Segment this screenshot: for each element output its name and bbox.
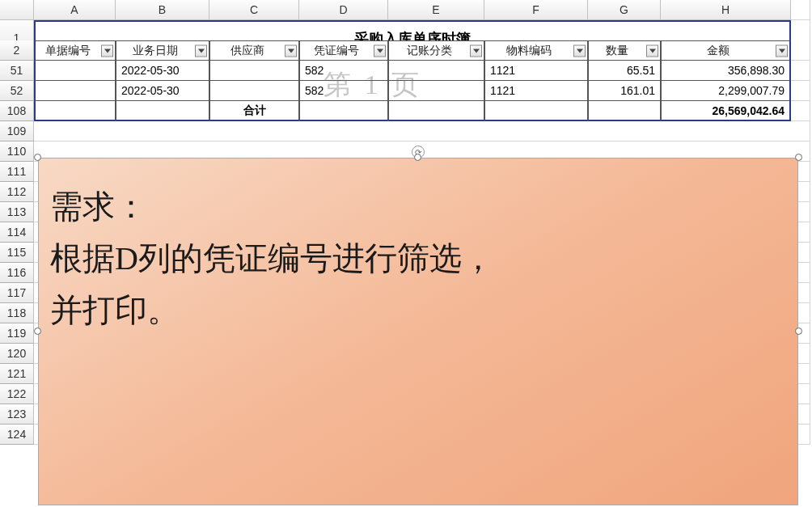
filter-header-qty: 数量 (588, 40, 661, 61)
filter-dropdown-icon[interactable] (573, 44, 586, 57)
cell-total-b[interactable] (116, 101, 209, 121)
resize-handle-icon[interactable] (34, 327, 41, 335)
filter-dropdown-icon[interactable] (285, 44, 297, 57)
cell-category[interactable] (388, 81, 484, 101)
filter-dropdown-icon[interactable] (470, 44, 482, 57)
filter-header-supplier: 供应商 (209, 40, 299, 61)
row-header-52[interactable]: 52 (0, 81, 34, 101)
row-header-120[interactable]: 120 (0, 344, 34, 364)
row-header-121[interactable]: 121 (0, 364, 34, 384)
cell-date[interactable]: 2022-05-30 (116, 61, 209, 81)
cell-blank (791, 101, 810, 121)
cell-amount[interactable]: 2,299,007.79 (661, 81, 791, 101)
filter-header-docno: 单据编号 (34, 40, 116, 61)
cell-material[interactable]: 1121 (484, 61, 588, 81)
row-header-115[interactable]: 115 (0, 243, 34, 263)
select-all-corner[interactable] (0, 0, 34, 20)
textbox-content[interactable]: 需求： 根据D列的凭证编号进行筛选， 并打印。 (38, 158, 798, 505)
col-header-B[interactable]: B (116, 0, 209, 20)
cell-total-e[interactable] (388, 101, 484, 121)
row-header-122[interactable]: 122 (0, 384, 34, 404)
filter-label: 物料编码 (506, 44, 552, 58)
req-line-3: 并打印。 (50, 285, 786, 336)
cell-date[interactable]: 2022-05-30 (116, 81, 209, 101)
col-header-A[interactable]: A (34, 0, 116, 20)
filter-label: 金额 (707, 44, 730, 58)
req-line-2: 根据D列的凭证编号进行筛选， (50, 233, 786, 285)
filter-dropdown-icon[interactable] (646, 44, 658, 57)
cell-total-g[interactable] (588, 101, 661, 121)
req-line-1: 需求： (50, 181, 786, 233)
row-header-51[interactable]: 51 (0, 61, 34, 81)
col-header-F[interactable]: F (484, 0, 588, 20)
filter-label: 业务日期 (133, 44, 178, 58)
row-blank[interactable] (34, 121, 810, 142)
row-header-2[interactable]: 2 (0, 40, 34, 61)
row-header-119[interactable]: 119 (0, 323, 34, 344)
row-header-114[interactable]: 114 (0, 222, 34, 243)
col-header-E[interactable]: E (388, 0, 484, 20)
cell-amount[interactable]: 356,898.30 (661, 61, 791, 81)
row-header-118[interactable]: 118 (0, 303, 34, 323)
cell-total-label[interactable]: 合计 (209, 101, 299, 121)
col-header-D[interactable]: D (299, 0, 388, 20)
cell-total-a[interactable] (34, 101, 116, 121)
filter-label: 记账分类 (407, 44, 452, 58)
filter-label: 供应商 (230, 44, 264, 58)
row-header-110[interactable]: 110 (0, 142, 34, 162)
resize-handle-icon[interactable] (795, 154, 802, 161)
filter-dropdown-icon[interactable] (374, 44, 386, 57)
row-header-112[interactable]: 112 (0, 182, 34, 202)
filter-dropdown-icon[interactable] (101, 44, 113, 57)
cell-supplier[interactable] (209, 61, 299, 81)
resize-handle-icon[interactable] (414, 154, 421, 161)
filter-dropdown-icon[interactable] (195, 44, 207, 57)
cell-blank (791, 61, 810, 81)
row-header-124[interactable]: 124 (0, 425, 34, 445)
cell-blank (791, 40, 810, 61)
col-header-extra (791, 0, 810, 20)
filter-header-amount: 金额 (661, 40, 791, 61)
col-header-C[interactable]: C (209, 0, 299, 20)
cell-blank (791, 81, 810, 101)
filter-header-material: 物料编码 (484, 40, 588, 61)
filter-header-date: 业务日期 (116, 40, 209, 61)
filter-dropdown-icon[interactable] (776, 44, 788, 57)
row-header-123[interactable]: 123 (0, 404, 34, 425)
row-header-117[interactable]: 117 (0, 283, 34, 303)
cell-total-amount[interactable]: 26,569,042.64 (661, 101, 791, 121)
row-header-111[interactable]: 111 (0, 162, 34, 182)
row-header-113[interactable]: 113 (0, 202, 34, 222)
cell-qty[interactable]: 65.51 (588, 61, 661, 81)
col-header-H[interactable]: H (661, 0, 791, 20)
row-header-108[interactable]: 108 (0, 101, 34, 121)
textbox-shape[interactable]: ⟳ 需求： 根据D列的凭证编号进行筛选， 并打印。 (38, 158, 798, 505)
filter-header-voucher: 凭证编号 (299, 40, 388, 61)
col-header-G[interactable]: G (588, 0, 661, 20)
filter-label: 单据编号 (45, 44, 91, 58)
cell-voucher[interactable]: 582 (299, 61, 388, 81)
cell-category[interactable] (388, 61, 484, 81)
cell-docno[interactable] (34, 81, 116, 101)
resize-handle-icon[interactable] (34, 154, 41, 161)
row-header-116[interactable]: 116 (0, 263, 34, 283)
cell-total-d[interactable] (299, 101, 388, 121)
cell-supplier[interactable] (209, 81, 299, 101)
filter-label: 数量 (606, 44, 628, 58)
cell-total-f[interactable] (484, 101, 588, 121)
cell-material[interactable]: 1121 (484, 81, 588, 101)
cell-docno[interactable] (34, 61, 116, 81)
filter-header-category: 记账分类 (388, 40, 484, 61)
cell-voucher[interactable]: 582 (299, 81, 388, 101)
filter-label: 凭证编号 (314, 44, 359, 58)
resize-handle-icon[interactable] (795, 327, 802, 335)
cell-qty[interactable]: 161.01 (588, 81, 661, 101)
row-header-109[interactable]: 109 (0, 121, 34, 142)
